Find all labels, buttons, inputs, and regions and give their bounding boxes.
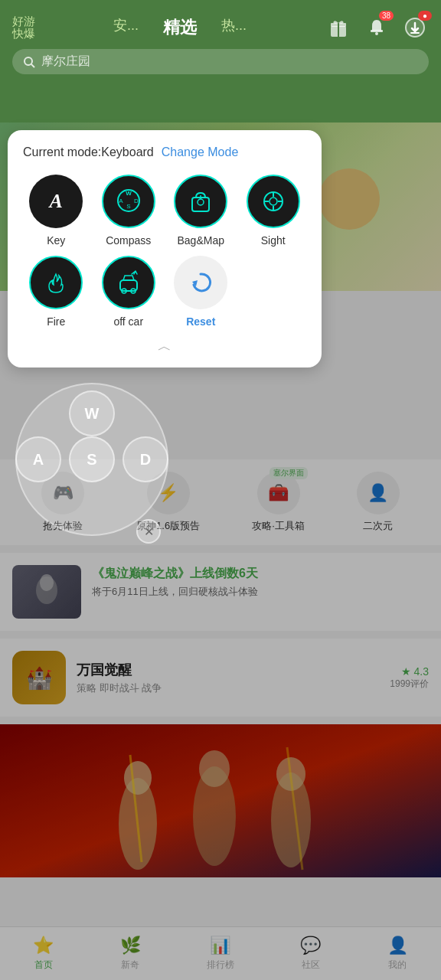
svg-text:S: S (126, 203, 130, 210)
gift-icon (328, 17, 349, 38)
keyboard-panel: Current mode:Keyboard Change Mode A Key … (8, 130, 322, 368)
bag-map-icon (186, 187, 215, 216)
offcar-icon (114, 268, 143, 297)
search-icon (23, 56, 35, 68)
key-item-fire[interactable]: Fire (23, 256, 90, 328)
app-logo: 好游 快爆 (12, 15, 35, 41)
wasd-a-button[interactable]: A (15, 436, 61, 482)
key-grid: A Key W S A D Compass (23, 175, 306, 328)
key-icon: A (50, 190, 63, 213)
reset-icon (186, 268, 215, 297)
wasd-overlay: W A S D ✕ (8, 375, 176, 544)
gift-icon-wrap[interactable] (325, 14, 352, 41)
search-bar[interactable]: 摩尔庄园 (12, 49, 429, 74)
key-item-key[interactable]: A Key (23, 175, 90, 247)
key-circle-compass: W S A D (102, 175, 155, 228)
key-circle-offcar (102, 256, 155, 309)
key-item-offcar[interactable]: off car (96, 256, 162, 328)
key-circle-bagmap (174, 175, 227, 228)
key-item-bagmap[interactable]: Bag&Map (168, 175, 234, 247)
nav-tabs: 安... 精选 热... (54, 16, 306, 39)
svg-rect-3 (371, 30, 383, 32)
notification-badge: 38 (379, 11, 394, 21)
key-label-bagmap: Bag&Map (178, 234, 224, 247)
key-label-offcar: off car (113, 315, 143, 328)
sight-icon (259, 187, 288, 216)
nav-tab-hot[interactable]: 热... (221, 16, 247, 39)
change-mode-button[interactable]: Change Mode (162, 145, 239, 159)
key-label-key: Key (47, 234, 65, 247)
compass-icon: W S A D (115, 187, 142, 216)
wasd-w-button[interactable]: W (69, 390, 115, 436)
download-icon-wrap[interactable]: ● (401, 14, 429, 41)
nav-tab-featured[interactable]: 精选 (163, 16, 197, 39)
top-bar: 好游 快爆 安... 精选 热... (0, 0, 441, 122)
svg-text:W: W (126, 190, 132, 197)
key-label-sight: Sight (261, 234, 286, 247)
svg-point-17 (198, 199, 204, 205)
wasd-close-button[interactable]: ✕ (136, 519, 161, 544)
key-circle-reset (174, 256, 227, 309)
top-icons: 38 ● (325, 14, 429, 41)
svg-point-20 (270, 198, 277, 205)
key-circle-fire (29, 256, 83, 309)
notification-icon-wrap[interactable]: 38 (363, 14, 390, 41)
wasd-d-button[interactable]: D (122, 436, 168, 482)
key-label-reset: Reset (186, 315, 215, 328)
svg-line-8 (31, 64, 34, 67)
panel-header: Current mode:Keyboard Change Mode (23, 145, 306, 159)
mode-label: Current mode:Keyboard (23, 145, 154, 159)
key-item-reset[interactable]: Reset (168, 256, 234, 328)
key-item-sight[interactable]: Sight (240, 175, 307, 247)
svg-point-7 (24, 57, 32, 65)
search-input-text: 摩尔庄园 (41, 54, 90, 70)
fire-icon (41, 268, 70, 297)
key-circle-key: A (29, 175, 83, 228)
key-item-compass[interactable]: W S A D Compass (96, 175, 162, 247)
nav-tab-android[interactable]: 安... (113, 16, 139, 39)
svg-point-4 (375, 32, 378, 35)
wasd-s-button[interactable]: S (69, 436, 115, 482)
key-circle-sight (247, 175, 300, 228)
panel-collapse-arrow[interactable]: ︿ (23, 337, 306, 355)
download-badge: ● (418, 11, 432, 21)
key-label-fire: Fire (47, 315, 65, 328)
svg-text:A: A (119, 198, 123, 204)
svg-text:D: D (134, 198, 139, 204)
key-label-compass: Compass (106, 234, 151, 247)
